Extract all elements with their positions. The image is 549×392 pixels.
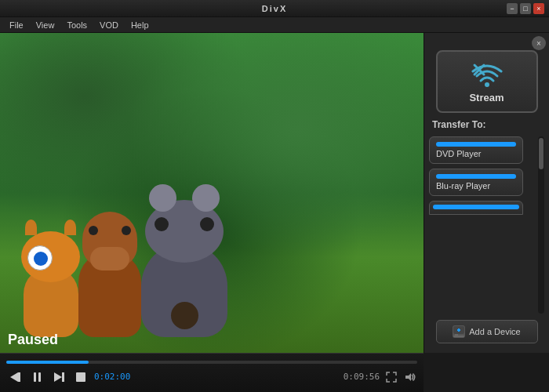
stream-button-label: Stream bbox=[469, 92, 504, 103]
stop-button[interactable] bbox=[72, 368, 89, 386]
app-title: DivX bbox=[262, 4, 287, 13]
bluray-bar bbox=[436, 174, 516, 179]
pause-icon bbox=[34, 372, 41, 382]
rat-eye-left bbox=[155, 217, 169, 231]
dvd-player-label: DVD Player bbox=[436, 149, 481, 158]
svg-rect-6 bbox=[455, 334, 458, 336]
window-controls: − □ × bbox=[507, 3, 544, 14]
add-device-label: Add a Device bbox=[469, 327, 520, 336]
close-button[interactable]: × bbox=[533, 3, 544, 14]
transfer-to-label: Transfer To: bbox=[432, 119, 485, 130]
add-device-icon bbox=[453, 325, 465, 338]
squirrel-ear-right bbox=[64, 220, 76, 235]
bluray-player-label: Blu-ray Player bbox=[436, 181, 490, 191]
fullscreen-button[interactable] bbox=[384, 370, 398, 384]
controls-bar: 0:02:00 0:09:56 bbox=[0, 353, 424, 392]
device-list: DVD Player Blu-ray Player bbox=[429, 136, 538, 314]
moose-character bbox=[78, 251, 141, 337]
svg-point-0 bbox=[485, 82, 489, 87]
time-total: 0:09:56 bbox=[344, 372, 380, 382]
panel-scrollbar[interactable] bbox=[538, 136, 544, 314]
dvd-player-button[interactable]: DVD Player bbox=[429, 136, 523, 164]
device-scroll-area: DVD Player Blu-ray Player bbox=[429, 136, 544, 314]
progress-fill bbox=[6, 361, 89, 364]
menu-help[interactable]: Help bbox=[125, 17, 155, 32]
controls-right: 0:09:56 bbox=[344, 370, 417, 384]
rat-nut bbox=[171, 302, 198, 329]
bluray-player-button[interactable]: Blu-ray Player bbox=[429, 169, 523, 196]
stop-icon bbox=[76, 372, 85, 382]
moose-head bbox=[82, 212, 137, 267]
panel-close-button[interactable]: × bbox=[532, 36, 546, 50]
stream-icon bbox=[470, 60, 504, 87]
svg-marker-8 bbox=[405, 373, 411, 381]
fastforward-icon bbox=[54, 372, 64, 382]
pause-bar-right bbox=[38, 372, 41, 382]
title-bar: DivX − □ × bbox=[0, 0, 549, 17]
menu-bar: File View Tools VOD Help bbox=[0, 17, 549, 33]
right-panel: × Stream Transfer To: bbox=[424, 33, 549, 353]
menu-tools[interactable]: Tools bbox=[60, 17, 93, 32]
rat-ear-right bbox=[192, 184, 220, 212]
progress-bar[interactable] bbox=[6, 361, 417, 364]
svg-rect-7 bbox=[453, 336, 464, 337]
moose-snout bbox=[90, 247, 129, 270]
rat-eye-right bbox=[200, 217, 214, 231]
dvd-bar bbox=[436, 142, 516, 147]
fastforward-button[interactable] bbox=[50, 368, 67, 386]
main-content: Paused × Stream Transfer To: bbox=[0, 33, 549, 353]
stream-button[interactable]: Stream bbox=[436, 50, 538, 113]
maximize-button[interactable]: □ bbox=[520, 3, 531, 14]
add-device-button[interactable]: Add a Device bbox=[436, 320, 538, 343]
rewind-icon bbox=[10, 372, 20, 382]
moose-body bbox=[78, 251, 141, 337]
rat-body bbox=[141, 243, 227, 337]
partial-device-bar bbox=[433, 205, 519, 209]
menu-vod[interactable]: VOD bbox=[93, 17, 125, 32]
squirrel-head bbox=[21, 231, 80, 282]
play-pause-button[interactable] bbox=[28, 368, 45, 386]
rewind-button[interactable] bbox=[6, 368, 24, 386]
rat-ear-left bbox=[149, 184, 176, 212]
volume-button[interactable] bbox=[403, 370, 417, 384]
paused-status: Paused bbox=[0, 327, 66, 353]
squirrel-eye bbox=[27, 245, 53, 270]
panel-scroll-thumb bbox=[539, 138, 544, 169]
video-area: Paused bbox=[0, 33, 424, 353]
characters-overlay bbox=[0, 33, 424, 353]
rat-character bbox=[141, 243, 227, 337]
controls-row: 0:02:00 0:09:56 bbox=[6, 368, 417, 386]
menu-file[interactable]: File bbox=[3, 17, 30, 32]
menu-view[interactable]: View bbox=[30, 17, 61, 32]
rat-head bbox=[145, 200, 224, 263]
squirrel-ear-left bbox=[25, 220, 37, 235]
video-frame: Paused bbox=[0, 33, 424, 353]
moose-eye-left bbox=[89, 226, 98, 235]
partial-device-button bbox=[429, 201, 523, 215]
pause-bar-left bbox=[34, 372, 36, 382]
moose-eye-right bbox=[122, 226, 131, 235]
time-current: 0:02:00 bbox=[94, 372, 130, 382]
minimize-button[interactable]: − bbox=[507, 3, 518, 14]
